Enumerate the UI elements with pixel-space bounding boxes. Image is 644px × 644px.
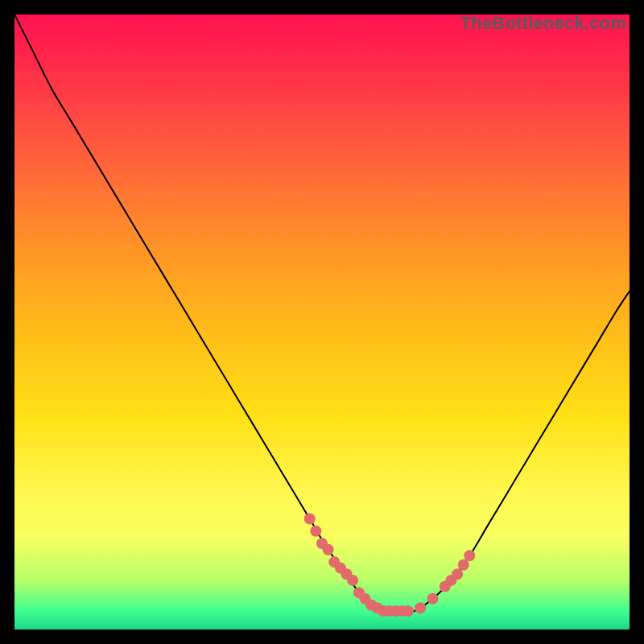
data-markers bbox=[304, 513, 476, 617]
marker-point bbox=[464, 550, 475, 561]
chart-frame: TheBottleneck.com bbox=[0, 0, 644, 644]
marker-point bbox=[415, 602, 426, 613]
marker-point bbox=[402, 605, 414, 617]
bottleneck-curve bbox=[14, 14, 630, 612]
marker-point bbox=[427, 593, 439, 605]
marker-point bbox=[304, 513, 316, 524]
marker-point bbox=[323, 544, 334, 555]
plot-area: TheBottleneck.com bbox=[14, 14, 630, 630]
marker-point bbox=[347, 575, 358, 586]
curve-layer bbox=[14, 14, 630, 630]
marker-point bbox=[458, 559, 469, 571]
marker-point bbox=[452, 568, 463, 580]
marker-point bbox=[310, 526, 321, 537]
